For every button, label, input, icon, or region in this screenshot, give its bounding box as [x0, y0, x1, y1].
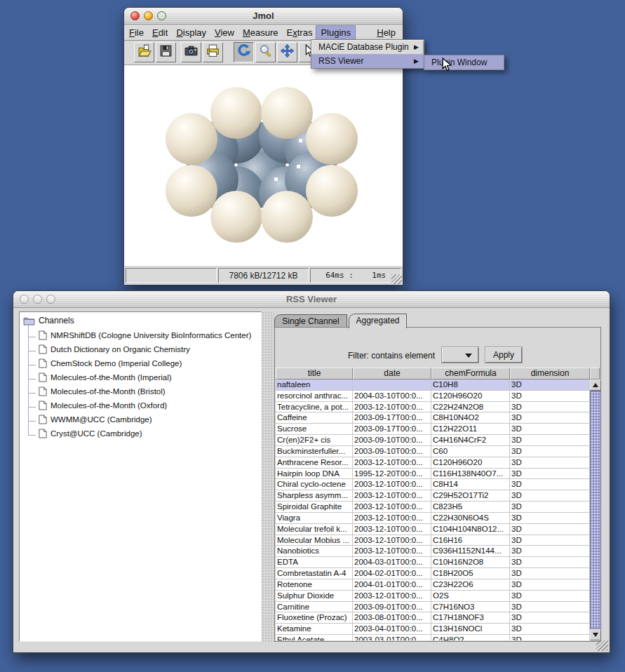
cell-title: EDTA [276, 557, 353, 568]
aggregated-tab-panel: Filter: contains element Apply titledate… [274, 327, 601, 642]
resize-grip[interactable] [596, 640, 608, 651]
cell-chemFormula: C120H96O20 [431, 391, 510, 402]
table-row[interactable]: Cr(en)2F2+ cis2003-09-10T00:0...C4H16N4C… [276, 435, 590, 446]
tree-item-channel[interactable]: Molecules-of-the-Month (Bristol) [39, 387, 166, 396]
print-icon [206, 43, 220, 61]
table-row[interactable]: Tetracycline, a pot...2003-12-10T00:0...… [276, 402, 590, 413]
rss-titlebar[interactable]: RSS Viewer [13, 291, 610, 308]
table-row[interactable]: Ketamine2003-04-01T00:0...C13H16NOCl3D [276, 624, 590, 635]
cell-date: 2003-12-10T00:0... [353, 502, 431, 513]
save-button[interactable] [156, 42, 176, 62]
table-row[interactable]: Caffeine2003-09-17T00:0...C8H10N4O23D [276, 412, 590, 424]
cell-title: naftaleen [276, 379, 353, 391]
column-header-title[interactable]: title [276, 368, 353, 379]
jmol-statusbar: 7806 kB/12712 kB 64ms : 1ms [124, 266, 403, 285]
scroll-up-button[interactable] [590, 379, 601, 391]
cell-title: Molecular trefoil k... [276, 524, 353, 535]
menu-extras[interactable]: Extras [283, 26, 317, 39]
tree-item-channel[interactable]: NMRShiftDB (Cologne University BioInform… [39, 330, 251, 340]
rss-viewer-submenu: Plugin Window [424, 55, 504, 70]
menu-plugins[interactable]: Plugins [316, 26, 355, 39]
cell-date: 2004-01-01T00:0... [353, 579, 431, 591]
resize-grip[interactable] [391, 274, 402, 284]
element-filter-dropdown[interactable] [442, 347, 478, 363]
cell-dimension: 3D [510, 379, 590, 391]
cell-title: Carnitine [276, 602, 353, 613]
table-row[interactable]: Molecular Mobius ...2003-12-10T00:0...C1… [276, 535, 590, 546]
molecule-viewport[interactable] [124, 65, 403, 266]
menu-edit[interactable]: Edit [148, 26, 172, 39]
scroll-down-button[interactable] [590, 629, 601, 640]
cell-chemFormula: C4H16N4CrF2 [431, 435, 510, 446]
table-row[interactable]: Viagra2003-12-10T00:0...C22H30N6O4S3D [276, 513, 590, 524]
table-row[interactable]: Carnitine2003-09-01T00:0...C7H16NO33D [276, 602, 590, 613]
table-row[interactable]: naftaleenC10H83D [276, 379, 590, 391]
menu-item-macie-database-plugin[interactable]: MACiE Database Plugin▶ [311, 40, 424, 54]
hydrogen-atom-sphere [166, 165, 217, 217]
table-row[interactable]: Buckminsterfuller...2003-09-10T00:0...C6… [276, 446, 590, 457]
table-row[interactable]: Sharpless asymm...2003-12-10T00:0...C29H… [276, 490, 590, 502]
menu-view[interactable]: View [210, 26, 238, 39]
cell-title: Hairpin loop DNA [276, 469, 353, 480]
table-row[interactable]: Fluoxetine (Prozac)2003-08-01T00:0...C17… [276, 612, 590, 624]
print-button[interactable] [203, 42, 223, 62]
table-row[interactable]: Anthracene Resor...2003-12-10T00:0...C12… [276, 457, 590, 469]
translate-button[interactable] [277, 42, 297, 62]
menu-item-plugin-window[interactable]: Plugin Window [424, 55, 504, 69]
cell-chemFormula: C823H5 [431, 502, 510, 513]
table-row[interactable]: resorcinol anthrac...2004-03-10T00:0...C… [276, 391, 590, 402]
column-header-chemformula[interactable]: chemFormula [431, 368, 510, 379]
tree-line [28, 407, 36, 408]
jmol-titlebar[interactable]: Jmol [124, 8, 403, 25]
tree-item-channel[interactable]: WWMM@UCC (Cambridge) [39, 415, 152, 424]
table-row[interactable]: Combretastatin A-42004-02-01T00:0...C18H… [276, 568, 590, 579]
table-row[interactable]: Nanobiotics2003-12-10T00:0...C936H1152N1… [276, 546, 590, 557]
tab-single-channel[interactable]: Single Channel [274, 314, 347, 328]
tab-aggregated[interactable]: Aggregated [349, 314, 407, 328]
column-header-date[interactable]: date [353, 368, 431, 379]
document-icon [39, 330, 47, 340]
tree-line [28, 325, 29, 435]
cell-dimension: 3D [510, 635, 590, 640]
zoom-button[interactable] [255, 42, 276, 62]
open-button[interactable] [134, 42, 154, 62]
cell-title: Nanobiotics [276, 546, 353, 557]
scrollbar-thumb[interactable] [590, 391, 601, 629]
tree-root-channels[interactable]: Channels [23, 316, 74, 325]
camera-button[interactable] [181, 42, 201, 62]
menu-display[interactable]: Display [172, 26, 210, 39]
cell-dimension: 3D [510, 457, 590, 469]
channel-label: ChemStock Demo (Imperial College) [51, 359, 182, 368]
table-row[interactable]: Hairpin loop DNA1995-12-20T00:0...C116H1… [276, 469, 590, 480]
table-row[interactable]: Sulphur Dioxide2003-12-01T00:0...O2S3D [276, 591, 590, 602]
tree-line [28, 351, 36, 351]
table-row[interactable]: EDTA2004-03-01T00:0...C10H16N2O83D [276, 557, 590, 568]
cell-date: 2003-12-10T00:0... [353, 513, 431, 524]
menu-measure[interactable]: Measure [238, 26, 283, 39]
rotate-button[interactable] [234, 42, 254, 62]
tree-line [28, 365, 36, 365]
menu-help[interactable]: Help [372, 26, 400, 39]
split-pane-divider[interactable] [262, 311, 274, 642]
tree-item-channel[interactable]: ChemStock Demo (Imperial College) [39, 358, 182, 368]
table-row[interactable]: Rotenone2004-01-01T00:0...C23H22O63D [276, 579, 590, 591]
table-row[interactable]: Sucrose2003-09-17T00:0...C12H22O113D [276, 424, 590, 435]
menu-file[interactable]: File [125, 26, 148, 39]
table-row[interactable]: Chiral cyclo-octene2003-12-10T00:0...C8H… [276, 479, 590, 490]
table-row[interactable]: Ethyl Acetate2003-03-01T00:0...C4H8O23D [276, 635, 590, 640]
cell-dimension: 3D [510, 591, 590, 602]
cell-chemFormula: C10H16N2O8 [431, 557, 510, 568]
cell-dimension: 3D [510, 435, 590, 446]
tree-item-channel[interactable]: Dutch Dictionary on Organic Chemistry [39, 344, 190, 354]
tree-item-channel[interactable]: Molecules-of-the-Month (Oxford) [39, 401, 167, 410]
table-row[interactable]: Spiroidal Graphite2003-12-10T00:0...C823… [276, 502, 590, 513]
tree-item-channel[interactable]: Molecules-of-the-Month (Imperial) [39, 372, 172, 382]
cell-chemFormula: C7H16NO3 [431, 602, 510, 613]
apply-button[interactable]: Apply [485, 347, 522, 363]
tree-item-channel[interactable]: Cryst@UCC (Cambridge) [39, 429, 142, 438]
table-row[interactable]: Molecular trefoil k...2003-12-10T00:0...… [276, 524, 590, 535]
hydrogen-atom-sphere [306, 165, 358, 217]
menu-item-rss-viewer[interactable]: RSS Viewer▶ [311, 54, 424, 68]
column-header-dimension[interactable]: dimension [510, 368, 590, 379]
channel-label: WWMM@UCC (Cambridge) [51, 415, 152, 424]
